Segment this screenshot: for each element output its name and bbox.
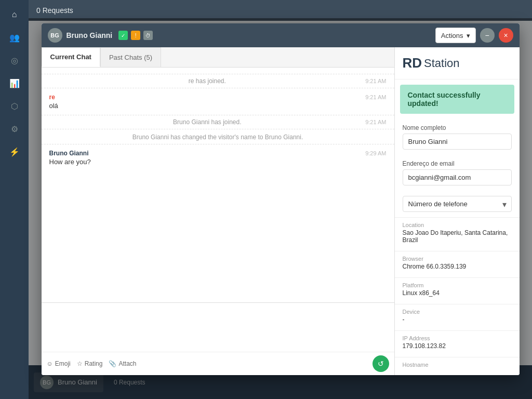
system-message-time: 9:21 AM xyxy=(365,78,386,84)
system-message: Bruno Gianni has joined. 9:21 AM xyxy=(42,115,394,129)
send-icon: ↺ xyxy=(378,360,384,368)
chat-input-area: ☺ Emoji ☆ Rating 📎 Attach ↺ xyxy=(42,302,394,375)
ip-value: 179.108.123.82 xyxy=(403,342,512,350)
modal-body: Current Chat Past Chats (5) re has joine… xyxy=(42,47,520,375)
actions-label: Actions xyxy=(441,32,463,39)
browser-label: Browser xyxy=(403,256,512,262)
telefone-dropdown-wrapper: Número de telefone xyxy=(403,196,512,212)
actions-dropdown[interactable]: Actions ▾ xyxy=(435,28,476,43)
message-time: 9:29 AM xyxy=(365,150,386,156)
ip-label: IP Address xyxy=(403,335,512,341)
emoji-button[interactable]: ☺ Emoji xyxy=(47,360,71,367)
sidebar-users-icon[interactable]: 👥 xyxy=(5,28,24,47)
chat-tabs: Current Chat Past Chats (5) xyxy=(42,47,394,68)
nome-input[interactable] xyxy=(403,134,512,150)
tab-current-chat[interactable]: Current Chat xyxy=(42,47,100,67)
chat-messages: re has joined. 9:21 AM re 9:21 AM olá Br… xyxy=(42,68,394,302)
email-label: Endereço de email xyxy=(403,160,512,167)
chat-modal: BG Bruno Gianni ✓ ! ⏱ Actions ▾ − × xyxy=(42,23,520,375)
sidebar-widget-icon[interactable]: ⬡ xyxy=(5,97,24,115)
agent-name: Bruno Gianni xyxy=(66,31,113,39)
sidebar: ⌂ 👥 ◎ 📊 ⬡ ⚙ ⚡ xyxy=(0,0,29,399)
warn-icon: ! xyxy=(131,31,140,40)
contact-success-banner: Contact successfully updated! xyxy=(400,85,514,114)
message-text: olá xyxy=(49,102,387,110)
rd-logo-rd: RD xyxy=(403,55,422,71)
rating-button[interactable]: ☆ Rating xyxy=(77,360,103,367)
list-item: re 9:21 AM olá xyxy=(42,90,394,113)
system-message-text: Bruno Gianni has changed the visitor's n… xyxy=(49,134,387,141)
system-message-time: 9:21 AM xyxy=(365,119,386,125)
sidebar-chart-icon[interactable]: 📊 xyxy=(5,74,24,92)
send-button[interactable]: ↺ xyxy=(373,355,389,372)
location-value: Sao Joao Do Itaperiu, Santa Catarina, Br… xyxy=(403,229,512,244)
rd-logo-station: Station xyxy=(424,57,460,70)
attach-icon: 📎 xyxy=(109,360,116,367)
nome-label: Nome completo xyxy=(403,124,512,131)
sidebar-home-icon[interactable]: ⌂ xyxy=(5,5,24,24)
status-icon: ✓ xyxy=(118,31,128,40)
modal-header: BG Bruno Gianni ✓ ! ⏱ Actions ▾ − × xyxy=(42,23,520,47)
avatar: BG xyxy=(48,28,62,43)
message-header: re 9:21 AM xyxy=(49,94,387,101)
sidebar-plug-icon[interactable]: ⚡ xyxy=(5,142,24,161)
chevron-down-icon: ▾ xyxy=(467,32,470,39)
telefone-dropdown[interactable]: Número de telefone xyxy=(403,196,512,212)
tab-past-chats[interactable]: Past Chats (5) xyxy=(100,47,161,67)
rating-icon: ☆ xyxy=(77,360,83,367)
system-message-text: re has joined. xyxy=(49,77,366,85)
clock-icon: ⏱ xyxy=(143,31,153,40)
system-message-text: Bruno Gianni has joined. xyxy=(49,118,366,126)
info-section-platform: Platform Linux x86_64 xyxy=(395,277,520,304)
modal-overlay: BG Bruno Gianni ✓ ! ⏱ Actions ▾ − × xyxy=(29,18,532,399)
system-message: Bruno Gianni has changed the visitor's n… xyxy=(42,130,394,144)
device-value: - xyxy=(403,316,512,323)
device-label: Device xyxy=(403,309,512,315)
minimize-button[interactable]: − xyxy=(480,28,495,43)
message-time: 9:21 AM xyxy=(365,94,386,100)
info-section-device: Device - xyxy=(395,304,520,330)
system-message: re has joined. 9:21 AM xyxy=(42,74,394,88)
list-item: Bruno Gianni 9:29 AM How are you? xyxy=(42,147,394,169)
close-button[interactable]: × xyxy=(499,28,513,43)
info-section-ip: IP Address 179.108.123.82 xyxy=(395,330,520,357)
message-header: Bruno Gianni 9:29 AM xyxy=(49,150,387,157)
message-text: How are you? xyxy=(49,158,387,166)
browser-value: Chrome 66.0.3359.139 xyxy=(403,263,512,270)
info-section-hostname: Hostname xyxy=(395,357,520,375)
info-section-location: Location Sao Joao Do Itaperiu, Santa Cat… xyxy=(395,217,520,251)
attach-button[interactable]: 📎 Attach xyxy=(109,360,136,367)
form-section-telefone: Número de telefone xyxy=(395,196,520,217)
platform-label: Platform xyxy=(403,282,512,288)
page-title: 0 Requests xyxy=(36,6,73,15)
sidebar-settings-icon[interactable]: ⚙ xyxy=(5,119,24,138)
top-bar: 0 Requests xyxy=(29,0,532,21)
location-label: Location xyxy=(403,222,512,228)
hostname-label: Hostname xyxy=(403,362,512,368)
chat-panel: Current Chat Past Chats (5) re has joine… xyxy=(42,47,395,375)
sender-name: re xyxy=(49,94,55,101)
sender-name: Bruno Gianni xyxy=(49,150,89,157)
info-section-browser: Browser Chrome 66.0.3359.139 xyxy=(395,251,520,277)
rd-station-logo: RD Station xyxy=(395,47,520,79)
chat-input-toolbar: ☺ Emoji ☆ Rating 📎 Attach ↺ xyxy=(42,352,394,375)
emoji-icon: ☺ xyxy=(47,360,53,367)
info-panel: RD Station Contact successfully updated!… xyxy=(395,47,520,375)
platform-value: Linux x86_64 xyxy=(403,289,512,297)
form-section-email: Endereço de email xyxy=(395,160,520,196)
chat-input[interactable] xyxy=(42,303,394,350)
email-input[interactable] xyxy=(403,169,512,185)
sidebar-globe-icon[interactable]: ◎ xyxy=(5,51,24,70)
header-icons: ✓ ! ⏱ xyxy=(118,31,153,40)
form-section-nome: Nome completo xyxy=(395,119,520,160)
